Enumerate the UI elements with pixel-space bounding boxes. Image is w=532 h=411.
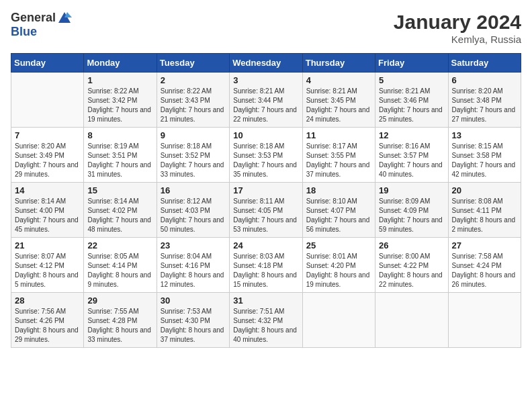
day-info: Sunrise: 8:16 AMSunset: 3:57 PMDaylight:… (379, 142, 444, 179)
day-info: Sunrise: 8:03 AMSunset: 4:18 PMDaylight:… (233, 252, 298, 289)
weekday-header-tuesday: Tuesday (157, 54, 229, 73)
day-number: 9 (161, 130, 226, 140)
day-info: Sunrise: 8:22 AMSunset: 3:42 PMDaylight:… (87, 87, 152, 124)
day-cell: 29Sunrise: 7:55 AMSunset: 4:28 PMDayligh… (84, 293, 157, 348)
day-number: 27 (452, 240, 517, 250)
day-cell: 19Sunrise: 8:09 AMSunset: 4:09 PMDayligh… (375, 183, 448, 238)
weekday-header-sunday: Sunday (11, 54, 84, 73)
day-number: 20 (452, 185, 517, 195)
day-info: Sunrise: 8:21 AMSunset: 3:44 PMDaylight:… (233, 87, 298, 124)
day-info: Sunrise: 8:01 AMSunset: 4:20 PMDaylight:… (306, 252, 371, 289)
day-number: 10 (233, 130, 298, 140)
day-cell: 10Sunrise: 8:18 AMSunset: 3:53 PMDayligh… (230, 128, 302, 183)
day-cell: 17Sunrise: 8:11 AMSunset: 4:05 PMDayligh… (230, 183, 302, 238)
day-cell: 31Sunrise: 7:51 AMSunset: 4:32 PMDayligh… (230, 293, 302, 348)
day-number: 8 (87, 130, 152, 140)
day-info: Sunrise: 8:18 AMSunset: 3:53 PMDaylight:… (233, 142, 298, 179)
day-cell: 15Sunrise: 8:14 AMSunset: 4:02 PMDayligh… (84, 183, 157, 238)
day-info: Sunrise: 8:18 AMSunset: 3:52 PMDaylight:… (161, 142, 226, 179)
weekday-header-monday: Monday (84, 54, 157, 73)
day-info: Sunrise: 8:08 AMSunset: 4:11 PMDaylight:… (452, 197, 517, 234)
day-number: 21 (15, 240, 80, 250)
day-cell: 5Sunrise: 8:21 AMSunset: 3:46 PMDaylight… (375, 73, 448, 128)
day-info: Sunrise: 8:22 AMSunset: 3:43 PMDaylight:… (161, 87, 226, 124)
weekday-header-wednesday: Wednesday (230, 54, 302, 73)
day-cell: 22Sunrise: 8:05 AMSunset: 4:14 PMDayligh… (84, 238, 157, 293)
day-cell: 25Sunrise: 8:01 AMSunset: 4:20 PMDayligh… (302, 238, 375, 293)
day-info: Sunrise: 8:21 AMSunset: 3:45 PMDaylight:… (306, 87, 371, 124)
day-cell: 12Sunrise: 8:16 AMSunset: 3:57 PMDayligh… (375, 128, 448, 183)
day-cell: 13Sunrise: 8:15 AMSunset: 3:58 PMDayligh… (448, 128, 521, 183)
day-number: 19 (379, 185, 444, 195)
day-info: Sunrise: 7:53 AMSunset: 4:30 PMDaylight:… (161, 307, 226, 345)
day-cell: 11Sunrise: 8:17 AMSunset: 3:55 PMDayligh… (302, 128, 375, 183)
day-number: 12 (379, 130, 444, 140)
day-number: 3 (233, 75, 298, 85)
week-row-2: 7Sunrise: 8:20 AMSunset: 3:49 PMDaylight… (11, 128, 521, 183)
day-cell: 6Sunrise: 8:20 AMSunset: 3:48 PMDaylight… (448, 73, 521, 128)
day-cell: 16Sunrise: 8:12 AMSunset: 4:03 PMDayligh… (157, 183, 229, 238)
day-number: 18 (306, 185, 371, 195)
week-row-1: 1Sunrise: 8:22 AMSunset: 3:42 PMDaylight… (11, 73, 521, 128)
day-info: Sunrise: 8:14 AMSunset: 4:02 PMDaylight:… (87, 197, 152, 234)
day-info: Sunrise: 8:21 AMSunset: 3:46 PMDaylight:… (379, 87, 444, 124)
day-number: 30 (161, 295, 226, 306)
day-number: 11 (306, 130, 371, 140)
day-number: 1 (87, 75, 152, 85)
day-info: Sunrise: 8:04 AMSunset: 4:16 PMDaylight:… (161, 252, 226, 289)
day-info: Sunrise: 8:10 AMSunset: 4:07 PMDaylight:… (306, 197, 371, 234)
day-cell: 4Sunrise: 8:21 AMSunset: 3:45 PMDaylight… (302, 73, 375, 128)
day-cell: 28Sunrise: 7:56 AMSunset: 4:26 PMDayligh… (11, 293, 84, 348)
day-cell: 24Sunrise: 8:03 AMSunset: 4:18 PMDayligh… (230, 238, 302, 293)
day-cell (302, 293, 375, 348)
day-number: 31 (233, 295, 298, 306)
day-number: 28 (15, 295, 80, 306)
day-number: 25 (306, 240, 371, 250)
header: General Blue January 2024 Kemlya, Russia (11, 11, 521, 45)
day-cell: 21Sunrise: 8:07 AMSunset: 4:12 PMDayligh… (11, 238, 84, 293)
day-number: 24 (233, 240, 298, 250)
day-number: 6 (452, 75, 517, 85)
day-number: 14 (15, 185, 80, 195)
day-number: 4 (306, 75, 371, 85)
header-row: SundayMondayTuesdayWednesdayThursdayFrid… (11, 54, 521, 73)
day-info: Sunrise: 8:17 AMSunset: 3:55 PMDaylight:… (306, 142, 371, 179)
day-info: Sunrise: 8:12 AMSunset: 4:03 PMDaylight:… (161, 197, 226, 234)
day-info: Sunrise: 8:09 AMSunset: 4:09 PMDaylight:… (379, 197, 444, 234)
week-row-3: 14Sunrise: 8:14 AMSunset: 4:00 PMDayligh… (11, 183, 521, 238)
day-cell: 20Sunrise: 8:08 AMSunset: 4:11 PMDayligh… (448, 183, 521, 238)
week-row-4: 21Sunrise: 8:07 AMSunset: 4:12 PMDayligh… (11, 238, 521, 293)
day-cell: 7Sunrise: 8:20 AMSunset: 3:49 PMDaylight… (11, 128, 84, 183)
day-number: 17 (233, 185, 298, 195)
day-number: 13 (452, 130, 517, 140)
day-cell: 2Sunrise: 8:22 AMSunset: 3:43 PMDaylight… (157, 73, 229, 128)
day-info: Sunrise: 8:14 AMSunset: 4:00 PMDaylight:… (15, 197, 80, 234)
weekday-header-thursday: Thursday (302, 54, 375, 73)
day-number: 26 (379, 240, 444, 250)
day-info: Sunrise: 7:56 AMSunset: 4:26 PMDaylight:… (15, 307, 80, 345)
day-info: Sunrise: 8:19 AMSunset: 3:51 PMDaylight:… (87, 142, 152, 179)
day-cell: 9Sunrise: 8:18 AMSunset: 3:52 PMDaylight… (157, 128, 229, 183)
month-title: January 2024 (394, 11, 521, 34)
day-number: 15 (87, 185, 152, 195)
day-number: 7 (15, 130, 80, 140)
day-info: Sunrise: 8:11 AMSunset: 4:05 PMDaylight:… (233, 197, 298, 234)
location-title: Kemlya, Russia (394, 34, 521, 45)
day-number: 2 (161, 75, 226, 85)
title-area: January 2024 Kemlya, Russia (394, 11, 521, 45)
day-cell: 30Sunrise: 7:53 AMSunset: 4:30 PMDayligh… (157, 293, 229, 348)
day-info: Sunrise: 7:58 AMSunset: 4:24 PMDaylight:… (452, 252, 517, 289)
day-info: Sunrise: 8:05 AMSunset: 4:14 PMDaylight:… (87, 252, 152, 289)
day-info: Sunrise: 8:20 AMSunset: 3:48 PMDaylight:… (452, 87, 517, 124)
weekday-header-friday: Friday (375, 54, 448, 73)
day-cell: 1Sunrise: 8:22 AMSunset: 3:42 PMDaylight… (84, 73, 157, 128)
day-cell: 27Sunrise: 7:58 AMSunset: 4:24 PMDayligh… (448, 238, 521, 293)
day-cell: 23Sunrise: 8:04 AMSunset: 4:16 PMDayligh… (157, 238, 229, 293)
day-cell: 26Sunrise: 8:00 AMSunset: 4:22 PMDayligh… (375, 238, 448, 293)
day-info: Sunrise: 8:07 AMSunset: 4:12 PMDaylight:… (15, 252, 80, 289)
day-info: Sunrise: 8:15 AMSunset: 3:58 PMDaylight:… (452, 142, 517, 179)
day-info: Sunrise: 8:20 AMSunset: 3:49 PMDaylight:… (15, 142, 80, 179)
day-cell (375, 293, 448, 348)
day-number: 16 (161, 185, 226, 195)
day-cell (448, 293, 521, 348)
